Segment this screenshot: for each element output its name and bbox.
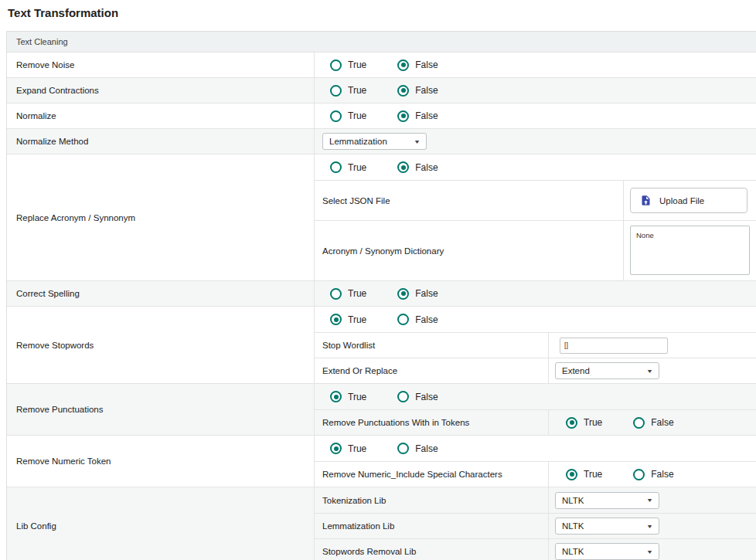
radio-label: True bbox=[348, 288, 366, 299]
caret-down-icon: ▼ bbox=[646, 524, 653, 529]
subrow-tokenization-lib: Tokenization Lib NLTK ▼ bbox=[315, 487, 756, 513]
radio-unchecked-icon bbox=[397, 314, 409, 325]
extend-or-replace-dropdown[interactable]: Extend ▼ bbox=[555, 362, 659, 379]
dropdown-value: NLTK bbox=[562, 496, 584, 505]
radio-option-false[interactable]: False bbox=[397, 288, 438, 300]
radio-option-false[interactable]: False bbox=[397, 391, 438, 402]
upload-file-icon bbox=[640, 194, 652, 207]
subrow-lemmatization-lib: Lemmatization Lib NLTK ▼ bbox=[315, 513, 756, 538]
subrow-stop-wordlist: Stop Wordlist [] bbox=[315, 332, 756, 358]
radio-option-true[interactable]: True bbox=[330, 443, 366, 454]
remove-stopwords-radio-group: True False bbox=[315, 314, 438, 325]
field-label: Correct Spelling bbox=[7, 281, 315, 306]
radio-label: True bbox=[348, 162, 366, 173]
radio-option-true[interactable]: True bbox=[566, 469, 602, 480]
radio-option-false[interactable]: False bbox=[633, 469, 673, 480]
row-correct-spelling: Correct Spelling True False bbox=[7, 280, 756, 306]
radio-option-true[interactable]: True bbox=[330, 85, 366, 97]
upload-file-button[interactable]: Upload File bbox=[630, 188, 747, 213]
expand-contractions-radio-group: True False bbox=[315, 85, 438, 97]
field-label: Remove Numeric Token bbox=[7, 436, 315, 487]
acronym-dictionary-textarea[interactable]: None bbox=[630, 226, 750, 275]
radio-label: True bbox=[584, 469, 602, 480]
subfield-label: Lemmatization Lib bbox=[315, 514, 549, 538]
row-replace-acronym: Replace Acronym / Synnonym True False Se… bbox=[7, 154, 756, 280]
field-label: Replace Acronym / Synnonym bbox=[7, 154, 315, 280]
row-expand-contractions: Expand Contractions True False bbox=[7, 77, 756, 103]
subfield-label: Remove Numeric_Include Special Character… bbox=[315, 462, 549, 487]
dropdown-value: Extend bbox=[562, 366, 590, 375]
radio-label: False bbox=[651, 417, 673, 428]
radio-option-false[interactable]: False bbox=[633, 417, 673, 429]
row-normalize-method: Normalize Method Lemmatization ▼ bbox=[7, 128, 756, 154]
radio-unchecked-icon bbox=[330, 110, 342, 122]
correct-spelling-radio-group: True False bbox=[315, 288, 438, 300]
radio-label: False bbox=[415, 110, 438, 121]
remove-numeric-radio-group: True False bbox=[315, 443, 438, 454]
radio-option-false[interactable]: False bbox=[397, 443, 438, 454]
text-cleaning-table: Text Cleaning Remove Noise True False Ex… bbox=[6, 31, 756, 560]
numeric-include-special-radio-group: True False bbox=[555, 469, 674, 480]
caret-down-icon: ▼ bbox=[646, 368, 653, 374]
subfield-label: Remove Punctuations With in Tokens bbox=[315, 410, 549, 435]
radio-option-true[interactable]: True bbox=[330, 110, 366, 122]
caret-down-icon: ▼ bbox=[414, 139, 421, 144]
field-label: Remove Stopwords bbox=[7, 307, 315, 383]
radio-label: False bbox=[415, 314, 438, 325]
radio-option-false[interactable]: False bbox=[397, 314, 438, 325]
radio-checked-icon bbox=[330, 443, 342, 454]
caret-down-icon: ▼ bbox=[646, 497, 653, 503]
radio-option-false[interactable]: False bbox=[397, 85, 438, 97]
field-label: Remove Noise bbox=[7, 53, 315, 77]
radio-option-true[interactable]: True bbox=[330, 314, 366, 325]
remove-punctuations-radio-group: True False bbox=[315, 391, 438, 402]
subrow-extend-or-replace: Extend Or Replace Extend ▼ bbox=[315, 358, 756, 383]
radio-option-true[interactable]: True bbox=[330, 288, 366, 300]
tokenization-lib-dropdown[interactable]: NLTK ▼ bbox=[555, 492, 659, 509]
section-header-text-cleaning: Text Cleaning bbox=[7, 32, 756, 52]
radio-unchecked-icon bbox=[633, 469, 645, 480]
subrow-numeric-include-special: Remove Numeric_Include Special Character… bbox=[315, 461, 756, 487]
radio-unchecked-icon bbox=[397, 391, 409, 402]
stopwords-removal-lib-dropdown[interactable]: NLTK ▼ bbox=[555, 543, 659, 560]
radio-label: False bbox=[415, 288, 438, 299]
radio-label: True bbox=[348, 59, 366, 70]
radio-option-false[interactable]: False bbox=[397, 161, 438, 173]
radio-option-false[interactable]: False bbox=[397, 59, 438, 71]
radio-option-true[interactable]: True bbox=[330, 391, 366, 402]
radio-unchecked-icon bbox=[330, 288, 342, 300]
field-label: Remove Punctuations bbox=[7, 384, 315, 435]
subfield-label: Acronym / Synonym Dictionary bbox=[315, 221, 624, 280]
radio-checked-icon bbox=[330, 391, 342, 402]
subfield-label: Tokenization Lib bbox=[315, 487, 549, 513]
normalize-method-dropdown[interactable]: Lemmatization ▼ bbox=[322, 133, 427, 150]
radio-label: True bbox=[348, 110, 366, 121]
field-label: Lib Config bbox=[7, 487, 315, 560]
row-normalize: Normalize True False bbox=[7, 103, 756, 128]
radio-option-true[interactable]: True bbox=[330, 161, 366, 173]
stop-wordlist-input[interactable]: [] bbox=[560, 338, 668, 354]
field-label: Normalize bbox=[7, 104, 315, 128]
row-remove-stopwords: Remove Stopwords True False Stop Wordlis… bbox=[7, 306, 756, 383]
radio-unchecked-icon bbox=[633, 417, 645, 429]
radio-checked-icon bbox=[397, 161, 409, 173]
radio-checked-icon bbox=[397, 85, 409, 97]
radio-option-true[interactable]: True bbox=[566, 417, 602, 429]
remove-noise-radio-group: True False bbox=[315, 59, 438, 71]
caret-down-icon: ▼ bbox=[646, 549, 653, 555]
subrow-select-json-file: Select JSON File Upload File bbox=[315, 180, 756, 220]
radio-option-false[interactable]: False bbox=[397, 110, 438, 122]
subfield-label: Stopwords Removal Lib bbox=[315, 539, 549, 560]
field-label: Expand Contractions bbox=[7, 78, 315, 103]
row-remove-numeric-token: Remove Numeric Token True False Remove N… bbox=[7, 435, 756, 487]
lemmatization-lib-dropdown[interactable]: NLTK ▼ bbox=[555, 518, 659, 535]
radio-label: True bbox=[348, 443, 366, 454]
radio-option-true[interactable]: True bbox=[330, 59, 366, 71]
radio-checked-icon bbox=[566, 469, 577, 480]
upload-file-label: Upload File bbox=[659, 196, 704, 205]
dropdown-value: Lemmatization bbox=[329, 137, 387, 146]
radio-label: False bbox=[415, 85, 438, 96]
row-remove-noise: Remove Noise True False bbox=[7, 52, 756, 77]
subfield-label: Stop Wordlist bbox=[315, 333, 549, 358]
radio-label: False bbox=[415, 443, 438, 454]
